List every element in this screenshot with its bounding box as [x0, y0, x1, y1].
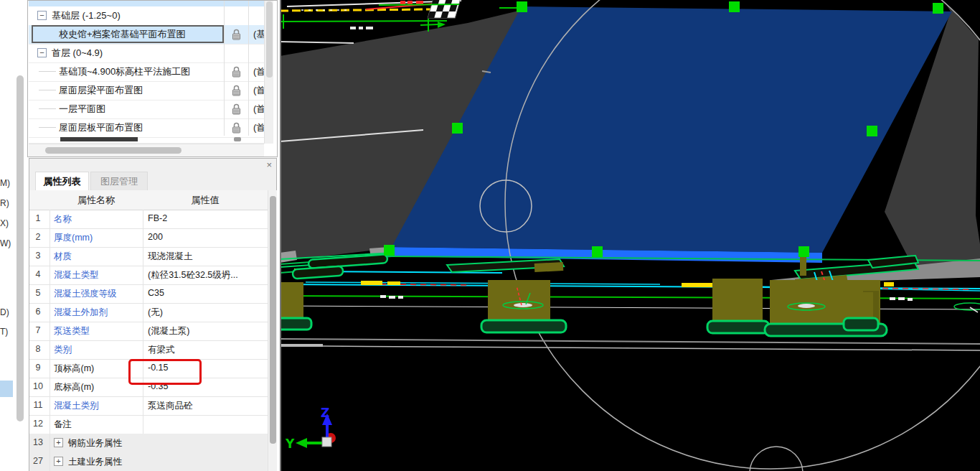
- rail-selected-item[interactable]: [0, 381, 13, 397]
- header-property-name: 属性名称: [50, 194, 143, 207]
- tree-item-label: 一层平面图: [59, 103, 105, 116]
- tree-item[interactable]: 一层平面图 (首: [29, 100, 264, 119]
- axis-y-label: Y: [285, 437, 295, 451]
- rail-scrollbar[interactable]: [17, 75, 24, 421]
- property-group-rebar[interactable]: 13+钢筋业务属性: [29, 434, 268, 453]
- tree-group-first-floor[interactable]: − 首层 (0~4.9): [29, 44, 264, 63]
- drawing-tree-panel: − 基础层 (-1.25~0) 校史馆+档案馆基础平面布置图 (基 − 首层 (…: [27, 0, 278, 157]
- rail-label[interactable]: W): [0, 238, 14, 248]
- 3d-scene: Z Y: [280, 0, 980, 471]
- properties-panel: × 属性列表 图层管理 属性名称 属性值 1名称FB-2 2厚度(mm)200 …: [29, 158, 277, 471]
- tree-row-partial-top[interactable]: [29, 1, 264, 6]
- tree-connector: [39, 71, 56, 72]
- axis-z-label: Z: [321, 406, 329, 420]
- selection-grip[interactable]: [517, 1, 527, 12]
- tab-property-list[interactable]: 属性列表: [35, 172, 89, 190]
- tree-group-label: 首层 (0~4.9): [52, 47, 103, 60]
- selection-grip[interactable]: [933, 3, 943, 14]
- rail-label[interactable]: M): [0, 178, 14, 188]
- header-property-value: 属性值: [143, 194, 268, 207]
- rail-label[interactable]: D): [0, 307, 14, 317]
- tree-connector: [39, 90, 56, 90]
- property-row[interactable]: 8类别有梁式: [29, 340, 268, 360]
- collapse-icon[interactable]: −: [37, 48, 47, 57]
- selection-grip[interactable]: [592, 246, 603, 257]
- tree-group-foundation[interactable]: − 基础层 (-1.25~0): [29, 6, 264, 26]
- tree-item-floor-ref: (基: [253, 28, 265, 41]
- tree-item-label: 屋面层板平面布置图: [59, 121, 143, 134]
- tree-item-label: 基础顶~4.900标高柱平法施工图: [59, 65, 190, 78]
- close-icon[interactable]: ×: [266, 159, 272, 170]
- lock-icon[interactable]: [232, 29, 241, 42]
- rail-label[interactable]: R): [0, 198, 14, 208]
- lock-icon[interactable]: [232, 66, 241, 80]
- application-window: M) R) X) W) D) T) − 基础层 (-1.25~0) 校史馆+档案…: [0, 0, 980, 471]
- selection-grip[interactable]: [452, 123, 463, 134]
- tree-item-floor-ref: (首: [253, 103, 265, 116]
- selection-grip[interactable]: [729, 1, 740, 12]
- tree-column-divider: [248, 1, 249, 136]
- tree-item[interactable]: 基础顶~4.900标高柱平法施工图 (首: [29, 62, 264, 82]
- tree-column-divider: [224, 1, 225, 136]
- tree-item-label: 屋面层梁平面布置图: [59, 84, 143, 97]
- properties-vertical-scrollbar[interactable]: [268, 190, 277, 471]
- property-row[interactable]: 2厚度(mm)200: [29, 228, 268, 248]
- properties-table-header: 属性名称 属性值: [29, 190, 268, 210]
- property-row[interactable]: 11混凝土类别泵送商品砼: [29, 396, 268, 416]
- tree-item-floor-ref: (首: [253, 65, 265, 78]
- tree-item-label: 校史馆+档案馆基础平面布置图: [59, 28, 186, 41]
- tree-item-clipped[interactable]: [29, 135, 264, 144]
- tree-horizontal-scrollbar[interactable]: [29, 144, 264, 157]
- left-toolbar-rail: M) R) X) W) D) T): [0, 0, 27, 471]
- properties-titlebar: ×: [29, 159, 276, 172]
- collapse-icon[interactable]: −: [37, 11, 47, 20]
- tree-item[interactable]: 屋面层梁平面布置图 (首: [29, 81, 264, 101]
- tree-item-floor-ref: (首: [253, 121, 265, 134]
- survey-marker-icon: [428, 0, 461, 18]
- tree-item-selected[interactable]: 校史馆+档案馆基础平面布置图 (基: [29, 25, 264, 45]
- expand-icon[interactable]: +: [54, 438, 63, 447]
- tree-item-floor-ref: (首: [253, 84, 265, 97]
- property-row[interactable]: 12备注: [29, 415, 268, 434]
- property-row[interactable]: 4混凝土类型(粒径31.5砼32.5级坍...: [29, 266, 268, 285]
- rail-label[interactable]: X): [0, 218, 14, 228]
- tree-vertical-scrollbar[interactable]: [264, 1, 273, 144]
- highlight-annotation-box: [128, 359, 202, 385]
- selection-grip[interactable]: [384, 245, 395, 256]
- property-row[interactable]: 5混凝土强度等级C35: [29, 284, 268, 304]
- property-row[interactable]: 1名称FB-2: [29, 210, 268, 229]
- property-row[interactable]: 7泵送类型(混凝土泵): [29, 322, 268, 341]
- selection-grip[interactable]: [867, 126, 877, 136]
- tree-connector: [39, 127, 56, 128]
- 3d-viewport[interactable]: Z Y: [280, 0, 980, 471]
- viewport-left-border: [280, 0, 281, 471]
- rail-label[interactable]: T): [0, 327, 14, 337]
- property-row[interactable]: 6混凝土外加剂(无): [29, 303, 268, 322]
- lock-icon[interactable]: [232, 85, 241, 98]
- lock-icon[interactable]: [232, 122, 241, 136]
- properties-tabs: 属性列表 图层管理: [29, 172, 276, 191]
- tree-connector: [39, 108, 56, 109]
- property-row[interactable]: 3材质现浇混凝土: [29, 247, 268, 266]
- tree-group-label: 基础层 (-1.25~0): [52, 9, 121, 22]
- selection-grip[interactable]: [798, 246, 809, 257]
- expand-icon[interactable]: +: [54, 457, 63, 466]
- property-group-civil[interactable]: 27+土建业务属性: [29, 452, 268, 471]
- tab-layer-manage[interactable]: 图层管理: [90, 172, 148, 190]
- lock-icon[interactable]: [232, 103, 241, 117]
